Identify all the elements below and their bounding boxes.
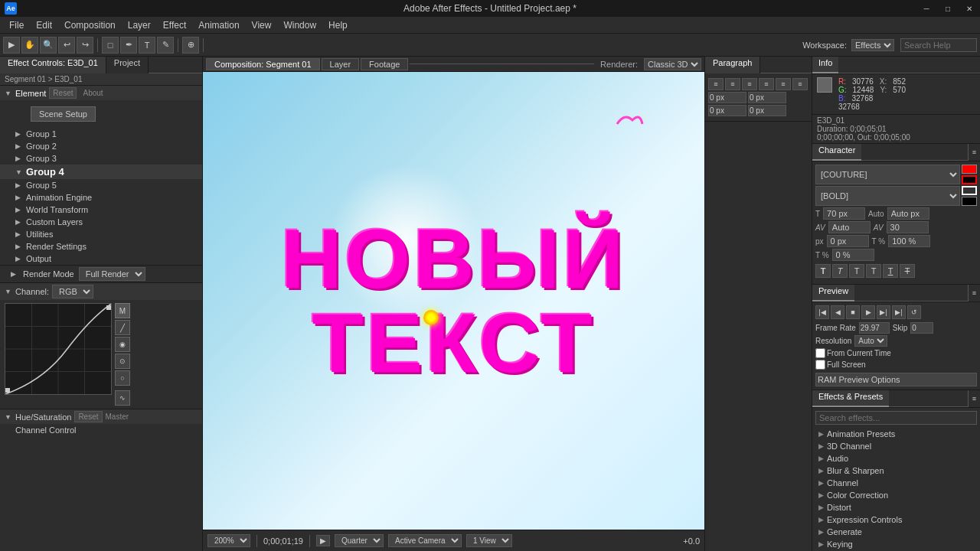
tab-project[interactable]: Project — [106, 57, 149, 73]
ep-color-correction[interactable]: ▶ Color Correction — [815, 489, 977, 501]
tool-brush[interactable]: ✎ — [157, 37, 174, 54]
fullscreen-checkbox[interactable] — [815, 360, 825, 370]
menu-layer[interactable]: Layer — [122, 18, 157, 32]
curves-tool-wave[interactable]: ∿ — [115, 390, 130, 406]
bold-btn[interactable]: T — [815, 264, 831, 278]
curves-tool-eyedrop2[interactable]: ⊙ — [115, 354, 130, 369]
tool-puppet[interactable]: ⊕ — [182, 37, 199, 54]
views-select[interactable]: 1 View — [466, 534, 512, 547]
minimize-button[interactable]: ─ — [916, 0, 937, 17]
footage-tab[interactable]: Footage — [361, 58, 408, 70]
curves-tool-2[interactable]: ╱ — [115, 320, 130, 335]
align-left[interactable]: ≡ — [708, 78, 724, 90]
tab-character[interactable]: Character — [812, 144, 861, 161]
italic-btn[interactable]: T — [832, 264, 848, 278]
element-expand[interactable]: ▼ — [5, 90, 12, 97]
ep-expression-controls[interactable]: ▶ Expression Controls — [815, 514, 977, 526]
maximize-button[interactable]: □ — [937, 0, 959, 17]
group-4-item[interactable]: ▼ Group 4 — [0, 165, 202, 179]
ep-blur-sharpen[interactable]: ▶ Blur & Sharpen — [815, 465, 977, 477]
ep-keying[interactable]: ▶ Keying — [815, 538, 977, 550]
play-btn[interactable]: ▶ — [861, 305, 875, 319]
render-mode-select[interactable]: Full Render — [79, 267, 145, 281]
fullscreen-label[interactable]: Full Screen — [815, 360, 866, 370]
ep-animation-presets[interactable]: ▶ Animation Presets — [815, 428, 977, 440]
hue-sat-expand[interactable]: ▼ — [5, 413, 12, 421]
space-after-input[interactable] — [748, 105, 786, 116]
tab-effect-controls[interactable]: Effect Controls: E3D_01 — [0, 57, 106, 73]
underline-btn[interactable]: T — [883, 264, 898, 278]
element-reset[interactable]: Reset — [49, 87, 77, 99]
curves-expand[interactable]: ▼ — [5, 288, 12, 295]
align-right[interactable]: ≡ — [742, 78, 757, 90]
align-justify-right[interactable]: ≡ — [792, 78, 808, 90]
tab-effects-presets[interactable]: Effects & Presets — [812, 390, 889, 407]
framerate-input[interactable] — [859, 322, 890, 334]
resolution-select[interactable]: Auto — [854, 335, 887, 347]
align-justify-left[interactable]: ≡ — [759, 78, 774, 90]
step-back-btn[interactable]: ◀ — [831, 305, 844, 319]
tool-text[interactable]: T — [139, 37, 155, 54]
camera-select[interactable]: Active Camera — [388, 534, 462, 547]
menu-window[interactable]: Window — [277, 18, 322, 32]
swatch-white[interactable] — [962, 186, 977, 195]
render-mode-expand[interactable]: ▶ — [11, 270, 18, 278]
output-item[interactable]: ▶ Output — [0, 253, 202, 265]
swatch-black[interactable] — [962, 197, 977, 206]
layer-tab[interactable]: Layer — [322, 58, 360, 70]
ep-panel-options[interactable]: ≡ — [968, 390, 980, 407]
baseline-input[interactable] — [827, 235, 869, 247]
skip-input[interactable] — [910, 322, 933, 334]
comp-tab[interactable]: Composition: Segment 01 — [206, 58, 320, 70]
curves-canvas[interactable] — [5, 303, 112, 395]
channel-select[interactable]: RGB — [52, 285, 93, 298]
goto-start-btn[interactable]: |◀ — [815, 305, 829, 319]
menu-file[interactable]: File — [3, 18, 30, 32]
utilities-item[interactable]: ▶ Utilities — [0, 228, 202, 240]
group-3-item[interactable]: ▶ Group 3 — [0, 152, 202, 165]
curves-tool-eyedrop3[interactable]: ○ — [115, 370, 130, 386]
tool-undo[interactable]: ↩ — [58, 37, 75, 54]
from-current-label[interactable]: From Current Time — [815, 348, 891, 358]
tool-select[interactable]: ▶ — [3, 37, 20, 54]
menu-help[interactable]: Help — [322, 18, 354, 32]
curves-tool-eyedrop1[interactable]: ◉ — [115, 337, 130, 352]
play-button[interactable]: ▶ — [316, 535, 330, 546]
search-input[interactable] — [900, 38, 977, 52]
step-forward-btn[interactable]: ▶| — [877, 305, 890, 319]
ep-3d-channel[interactable]: ▶ 3D Channel — [815, 440, 977, 452]
font-family-select[interactable]: [COUTURE] — [815, 165, 960, 184]
render-settings-item[interactable]: ▶ Render Settings — [0, 240, 202, 253]
scene-setup-button[interactable]: Scene Setup — [31, 106, 96, 122]
align-justify-center[interactable]: ≡ — [776, 78, 791, 90]
line-height-input[interactable] — [887, 207, 929, 220]
align-center[interactable]: ≡ — [725, 78, 740, 90]
space-before-input[interactable] — [708, 105, 746, 116]
renderer-select[interactable]: Classic 3D — [644, 58, 701, 70]
curves-tool-1[interactable]: M — [115, 303, 130, 318]
tool-hand[interactable]: ✋ — [21, 37, 38, 54]
left-indent-input[interactable] — [708, 92, 746, 103]
subscript-btn[interactable]: T — [866, 264, 881, 278]
group-5-item[interactable]: ▶ Group 5 — [0, 179, 202, 191]
menu-composition[interactable]: Composition — [58, 18, 122, 32]
menu-effect[interactable]: Effect — [157, 18, 192, 32]
goto-end-btn[interactable]: ▶| — [892, 305, 906, 319]
tool-zoom[interactable]: 🔍 — [40, 37, 57, 54]
char-panel-options[interactable]: ≡ — [968, 144, 980, 161]
menu-edit[interactable]: Edit — [30, 18, 58, 32]
animation-engine-item[interactable]: ▶ Animation Engine — [0, 191, 202, 204]
ep-distort[interactable]: ▶ Distort — [815, 501, 977, 514]
hue-sat-reset[interactable]: Reset — [74, 411, 102, 422]
tool-pen[interactable]: ✒ — [120, 37, 137, 54]
fill-color-swatch[interactable] — [962, 165, 977, 174]
stop-btn[interactable]: ■ — [846, 305, 860, 319]
font-size-input[interactable] — [823, 207, 865, 220]
group-2-item[interactable]: ▶ Group 2 — [0, 140, 202, 152]
scale-h-input[interactable] — [888, 235, 930, 247]
ram-preview-button[interactable]: RAM Preview Options — [815, 373, 977, 386]
kerning-input[interactable] — [828, 221, 871, 233]
ep-audio[interactable]: ▶ Audio — [815, 452, 977, 465]
ep-channel[interactable]: ▶ Channel — [815, 477, 977, 489]
world-transform-item[interactable]: ▶ World Transform — [0, 204, 202, 216]
